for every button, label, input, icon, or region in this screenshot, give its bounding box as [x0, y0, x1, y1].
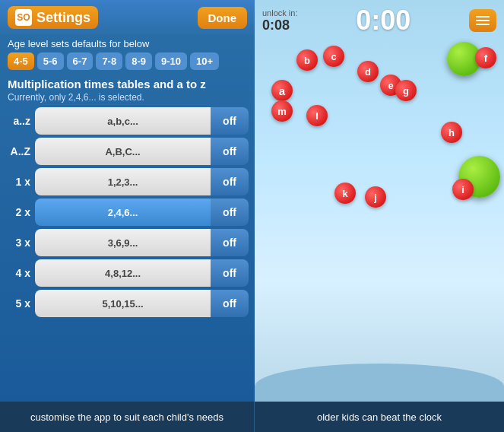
settings-title-box: SO Settings	[8, 6, 98, 29]
row-label-3x: 3 x	[6, 237, 30, 249]
row-left-4x[interactable]: 4,8,12...	[35, 259, 211, 287]
unlock-area: unlock in: 0:08	[262, 8, 297, 33]
footer-right: older kids can beat the clock	[255, 402, 504, 432]
row-right-az[interactable]: off	[211, 107, 249, 135]
row-group-az: a,b,c... off	[35, 107, 249, 135]
row-right-4x[interactable]: off	[211, 259, 249, 287]
row-left-2x[interactable]: 2,4,6...	[35, 199, 211, 226]
main-timer: 0:00	[356, 5, 410, 37]
row-right-AZ[interactable]: off	[211, 138, 249, 165]
row-left-3x[interactable]: 3,6,9...	[35, 229, 211, 256]
row-3x: 3 x 3,6,9... off	[6, 229, 249, 256]
letter-c: c	[323, 46, 344, 67]
age-tab-8-9[interactable]: 8-9	[125, 52, 152, 70]
age-tab-5-6[interactable]: 5-6	[37, 52, 64, 70]
footer-right-text: older kids can beat the clock	[317, 411, 442, 423]
age-tab-7-8[interactable]: 7-8	[96, 52, 122, 70]
letter-i: i	[452, 179, 474, 200]
age-tab-4-5[interactable]: 4-5	[8, 52, 34, 70]
row-left-AZ[interactable]: A,B,C...	[35, 138, 211, 165]
row-az-upper: A..Z A,B,C... off	[6, 138, 249, 165]
settings-icon: SO	[15, 9, 32, 26]
row-label-1x: 1 x	[6, 176, 30, 188]
row-label-5x: 5 x	[6, 297, 30, 310]
age-tab-6-7[interactable]: 6-7	[67, 52, 94, 70]
letter-j: j	[365, 186, 386, 208]
age-tab-10plus[interactable]: 10+	[190, 52, 219, 70]
age-label: Age level sets defaults for below	[0, 35, 255, 51]
letter-g: g	[395, 80, 417, 101]
settings-title: Settings	[36, 10, 90, 26]
row-2x: 2 x 2,4,6... off	[6, 199, 249, 226]
row-right-1x[interactable]: off	[211, 168, 249, 195]
row-label-AZ: A..Z	[6, 145, 30, 157]
age-tabs: 4-5 5-6 6-7 7-8 8-9 9-10 10+	[0, 51, 255, 75]
row-5x: 5 x 5,10,15... off	[6, 290, 249, 317]
row-group-5x: 5,10,15... off	[35, 290, 249, 317]
game-panel: unlock in: 0:08 0:00 a b c d e f g h	[255, 0, 504, 402]
settings-header: SO Settings Done	[0, 0, 255, 35]
letter-d: d	[357, 61, 379, 82]
row-left-1x[interactable]: 1,2,3...	[35, 168, 211, 195]
row-group-3x: 3,6,9... off	[35, 229, 249, 256]
row-group-2x: 2,4,6... off	[35, 199, 249, 226]
section-title: Multiplication times tables and a to z	[0, 75, 255, 91]
letter-b: b	[296, 49, 318, 71]
letter-f: f	[475, 47, 496, 68]
letter-a: a	[271, 80, 293, 101]
unlock-time: 0:08	[262, 17, 290, 33]
row-left-az[interactable]: a,b,c...	[35, 107, 211, 135]
letter-l: l	[306, 105, 328, 126]
letter-k: k	[334, 183, 356, 204]
game-area: a b c d e f g h i j k l m	[255, 38, 504, 402]
row-right-5x[interactable]: off	[211, 290, 249, 317]
done-button[interactable]: Done	[198, 7, 248, 29]
ground-curve	[255, 364, 504, 402]
row-label-az: a..z	[6, 115, 30, 127]
letter-m: m	[271, 100, 293, 122]
row-4x: 4 x 4,8,12... off	[6, 259, 249, 287]
row-left-5x[interactable]: 5,10,15...	[35, 290, 211, 317]
row-az-lower: a..z a,b,c... off	[6, 107, 249, 135]
list-icon	[476, 16, 490, 25]
settings-panel: SO Settings Done Age level sets defaults…	[0, 0, 255, 402]
rows-container: a..z a,b,c... off A..Z A,B,C... off 1 x …	[0, 106, 255, 402]
unlock-label: unlock in:	[262, 8, 297, 17]
row-group-1x: 1,2,3... off	[35, 168, 249, 195]
row-1x: 1 x 1,2,3... off	[6, 168, 249, 195]
row-right-2x[interactable]: off	[211, 199, 249, 226]
footer-left-text: customise the app to suit each child's n…	[30, 411, 223, 423]
row-label-4x: 4 x	[6, 267, 30, 279]
game-top-bar: unlock in: 0:08 0:00	[255, 0, 504, 41]
row-group-4x: 4,8,12... off	[35, 259, 249, 287]
row-label-2x: 2 x	[6, 206, 30, 218]
footer-left: customise the app to suit each child's n…	[0, 402, 255, 432]
footer: customise the app to suit each child's n…	[0, 402, 504, 432]
row-group-AZ: A,B,C... off	[35, 138, 249, 165]
letter-h: h	[441, 122, 462, 143]
row-right-3x[interactable]: off	[211, 229, 249, 256]
list-button[interactable]	[469, 9, 496, 32]
age-tab-9-10[interactable]: 9-10	[155, 52, 187, 70]
section-subtitle: Currently, only 2,4,6... is selected.	[0, 91, 255, 106]
